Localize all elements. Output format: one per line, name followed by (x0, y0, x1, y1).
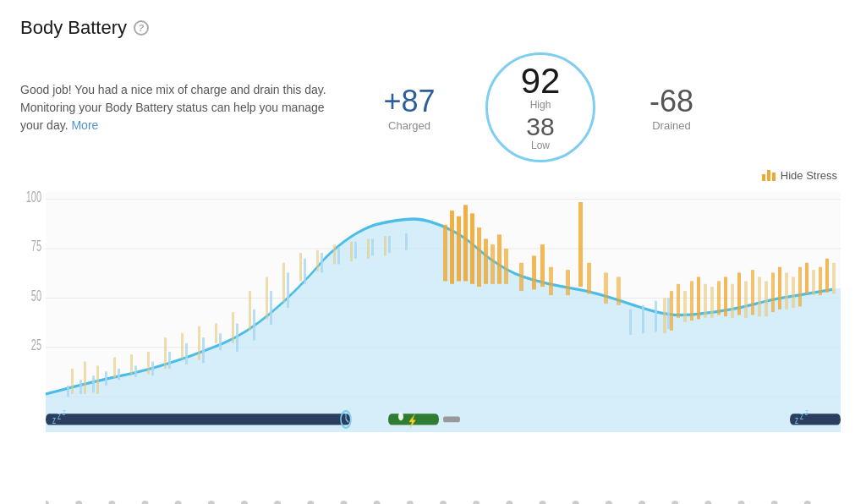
svg-rect-41 (519, 263, 523, 291)
svg-rect-50 (663, 298, 666, 333)
svg-point-118 (75, 501, 82, 504)
svg-text:100: 100 (26, 188, 41, 205)
svg-point-129 (440, 501, 447, 504)
stress-icon (762, 170, 776, 181)
svg-rect-29 (367, 238, 370, 258)
svg-rect-57 (710, 287, 714, 318)
svg-rect-87 (236, 323, 238, 351)
svg-rect-17 (164, 337, 167, 369)
svg-rect-101 (667, 298, 670, 329)
svg-point-133 (573, 501, 579, 504)
svg-point-131 (506, 501, 512, 504)
svg-rect-80 (118, 369, 120, 380)
hide-stress-button[interactable]: Hide Stress (762, 169, 837, 182)
svg-rect-21 (232, 312, 234, 343)
svg-point-135 (639, 501, 645, 504)
svg-rect-75 (832, 263, 836, 294)
low-label: Low (531, 140, 550, 151)
svg-rect-61 (737, 272, 741, 315)
svg-rect-58 (717, 281, 721, 315)
dot-row (46, 497, 820, 504)
stress-bar-2 (767, 170, 770, 181)
svg-rect-59 (724, 277, 727, 316)
svg-rect-20 (215, 323, 217, 342)
svg-text:50: 50 (31, 287, 41, 304)
svg-rect-90 (287, 272, 289, 308)
svg-text:25: 25 (31, 336, 41, 353)
svg-rect-68 (785, 272, 788, 309)
svg-point-127 (374, 501, 381, 504)
svg-text:z: z (52, 414, 56, 426)
charged-value: +87 (359, 84, 460, 119)
svg-rect-82 (151, 362, 154, 376)
svg-rect-42 (532, 255, 536, 289)
svg-rect-69 (792, 277, 795, 308)
svg-rect-48 (604, 272, 608, 304)
page-title: Body Battery (20, 17, 127, 39)
svg-rect-93 (337, 247, 340, 264)
svg-rect-66 (771, 272, 775, 312)
svg-text:⚡: ⚡ (408, 413, 418, 429)
svg-rect-62 (744, 281, 748, 317)
svg-rect-11 (71, 369, 74, 394)
svg-point-139 (771, 501, 778, 504)
svg-rect-95 (371, 238, 374, 255)
svg-point-130 (473, 501, 480, 504)
svg-rect-30 (384, 236, 386, 255)
hide-stress-label: Hide Stress (781, 169, 837, 182)
svg-rect-53 (683, 291, 687, 322)
svg-rect-64 (758, 277, 761, 316)
svg-rect-22 (249, 291, 251, 331)
svg-rect-34 (463, 205, 468, 281)
help-icon[interactable]: ? (134, 20, 149, 36)
svg-point-125 (307, 501, 314, 504)
svg-point-138 (738, 501, 745, 504)
svg-point-134 (606, 501, 612, 504)
svg-rect-65 (765, 281, 768, 316)
svg-rect-74 (825, 259, 829, 293)
svg-rect-54 (690, 281, 693, 320)
svg-point-110 (398, 413, 403, 421)
svg-point-137 (704, 501, 711, 504)
description-text: Good job! You had a nice mix of charge a… (20, 81, 342, 134)
svg-rect-71 (805, 263, 808, 294)
svg-rect-56 (704, 284, 707, 318)
svg-point-122 (208, 501, 215, 504)
drained-stat: -68 Drained (621, 84, 722, 132)
svg-rect-24 (282, 263, 285, 303)
svg-rect-67 (778, 267, 781, 310)
svg-rect-77 (79, 380, 82, 394)
svg-rect-28 (350, 242, 353, 261)
svg-rect-55 (697, 277, 700, 319)
svg-rect-32 (450, 211, 454, 284)
chart-svg: 100 75 50 25 (20, 185, 846, 496)
svg-rect-25 (299, 253, 302, 281)
svg-rect-94 (354, 242, 357, 259)
svg-rect-13 (96, 366, 99, 394)
svg-rect-92 (321, 253, 323, 272)
svg-rect-97 (405, 233, 408, 250)
svg-rect-19 (198, 326, 200, 360)
svg-rect-38 (491, 244, 495, 284)
svg-rect-83 (168, 352, 171, 369)
hide-stress-row: Hide Stress (20, 169, 846, 182)
svg-rect-44 (549, 267, 553, 295)
stress-bar-1 (762, 174, 765, 181)
svg-rect-76 (67, 386, 69, 397)
svg-text:z: z (63, 406, 66, 417)
svg-point-140 (804, 501, 811, 504)
svg-rect-98 (629, 310, 632, 335)
svg-rect-37 (484, 238, 488, 283)
svg-rect-45 (566, 270, 570, 295)
svg-rect-46 (578, 202, 583, 287)
svg-text:z: z (58, 409, 61, 422)
svg-point-126 (341, 501, 348, 504)
svg-rect-51 (670, 291, 673, 331)
svg-point-132 (540, 501, 546, 504)
svg-rect-89 (270, 291, 272, 325)
svg-rect-23 (266, 277, 268, 319)
more-link[interactable]: More (71, 118, 98, 132)
svg-rect-112 (443, 417, 460, 423)
svg-rect-63 (751, 270, 754, 315)
svg-rect-70 (798, 267, 802, 307)
